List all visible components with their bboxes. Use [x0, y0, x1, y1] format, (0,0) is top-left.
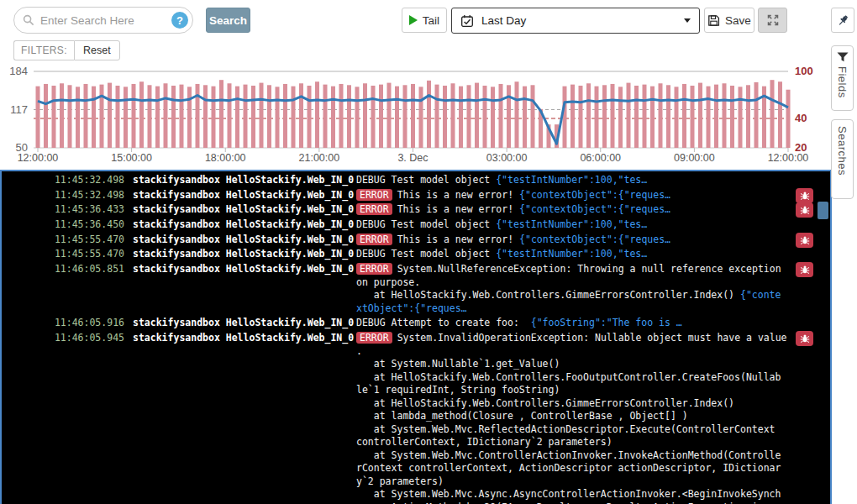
time-range-select[interactable]: Last Day — [451, 8, 700, 34]
log-message: DEBUG Test model object {"testIntNumber"… — [356, 248, 793, 261]
log-row[interactable]: 11:46:05.851stackifysandbox HelloStackif… — [2, 263, 830, 315]
save-icon — [707, 14, 720, 27]
pin-button[interactable] — [831, 8, 854, 33]
svg-text:21:00:00: 21:00:00 — [299, 152, 340, 164]
svg-text:20: 20 — [795, 141, 807, 154]
search-button[interactable]: Search — [206, 8, 250, 33]
log-host: stackifysandbox HelloStackify.Web_IN_0 — [133, 248, 356, 261]
log-message: ERRORSystem.InvalidOperationException: N… — [356, 332, 793, 504]
bug-glyph — [800, 205, 810, 215]
log-message: ERRORThis is a new error! {"contextObjec… — [356, 234, 793, 247]
log-timestamp: 11:45:55.470 — [2, 234, 124, 247]
log-host: stackifysandbox HelloStackify.Web_IN_0 — [133, 174, 356, 187]
stackify-log-dashboard: ? Search Tail Last Day Save — [0, 0, 857, 504]
log-text: Test model object — [392, 248, 497, 260]
debug-level-label: DEBUG — [356, 248, 392, 260]
error-bug-icon[interactable] — [796, 233, 813, 248]
log-row[interactable]: 11:46:05.945stackifysandbox HelloStackif… — [2, 332, 830, 504]
log-json-text: {"fooString":"The foo is … — [531, 317, 682, 328]
log-row[interactable]: 11:45:55.470stackifysandbox HelloStackif… — [2, 248, 830, 261]
expand-icon — [766, 13, 780, 27]
help-icon[interactable]: ? — [171, 12, 188, 29]
log-host: stackifysandbox HelloStackify.Web_IN_0 — [133, 203, 356, 217]
log-host: stackifysandbox HelloStackify.Web_IN_0 — [133, 317, 356, 330]
play-icon — [409, 15, 418, 25]
log-text: System.NullReferenceException: Throwing … — [356, 263, 781, 301]
log-host: stackifysandbox HelloStackify.Web_IN_0 — [133, 263, 356, 315]
caret-down-icon — [684, 18, 691, 23]
svg-text:15:00:00: 15:00:00 — [111, 152, 152, 164]
log-message: DEBUG Attempt to create foo: {"fooString… — [356, 317, 793, 330]
bug-glyph — [800, 333, 810, 344]
log-text: Test model object — [392, 174, 497, 186]
right-axis-labels: 1004020 — [795, 65, 813, 154]
log-json-text: {"contextObject":{"reques… — [519, 189, 670, 201]
log-host: stackifysandbox HelloStackify.Web_IN_0 — [133, 189, 356, 202]
log-text: System.InvalidOperationException: Nullab… — [356, 332, 787, 504]
tail-label: Tail — [423, 14, 439, 27]
search-box[interactable]: ? — [13, 7, 193, 34]
log-rows: 11:45:32.498stackifysandbox HelloStackif… — [2, 174, 830, 504]
log-json-text: {"contextObject":{"reques… — [519, 234, 670, 245]
log-timestamp: 11:45:55.470 — [2, 248, 124, 261]
log-row[interactable]: 11:45:36.433stackifysandbox HelloStackif… — [2, 203, 830, 217]
filter-funnel-icon — [837, 52, 849, 62]
error-bug-icon[interactable] — [796, 331, 813, 346]
svg-text:09:00:00: 09:00:00 — [674, 152, 715, 164]
pin-icon — [837, 14, 849, 27]
svg-text:50: 50 — [16, 141, 28, 154]
error-level-badge: ERROR — [356, 189, 392, 201]
log-timestamp: 11:46:05.945 — [2, 332, 124, 504]
log-message: ERRORThis is a new error! {"contextObjec… — [356, 189, 793, 202]
log-row[interactable]: 11:45:32.498stackifysandbox HelloStackif… — [2, 189, 830, 202]
save-label: Save — [725, 14, 751, 27]
tab-searches[interactable]: Searches — [831, 119, 854, 199]
log-host: stackifysandbox HelloStackify.Web_IN_0 — [133, 218, 356, 232]
log-host: stackifysandbox HelloStackify.Web_IN_0 — [133, 332, 356, 504]
log-timestamp: 11:45:36.433 — [2, 203, 124, 217]
log-console: 11:45:32.498stackifysandbox HelloStackif… — [0, 170, 832, 504]
filters-label: FILTERS: — [13, 40, 74, 60]
svg-text:100: 100 — [795, 65, 813, 77]
log-timestamp: 11:46:05.916 — [2, 317, 124, 330]
log-message: DEBUG Test model object {"testIntNumber"… — [356, 218, 793, 232]
tab-searches-label: Searches — [836, 126, 849, 176]
svg-text:3. Dec: 3. Dec — [397, 152, 428, 164]
log-row[interactable]: 11:45:32.498stackifysandbox HelloStackif… — [2, 174, 830, 187]
error-bug-icon[interactable] — [796, 202, 813, 218]
error-bug-icon[interactable] — [796, 262, 813, 277]
svg-text:184: 184 — [9, 65, 28, 77]
log-text: This is a new error! — [397, 234, 519, 245]
svg-text:03:00:00: 03:00:00 — [486, 152, 528, 164]
console-scrollbar-thumb[interactable] — [818, 202, 828, 219]
time-range-value: Last Day — [481, 14, 526, 27]
log-row[interactable]: 11:46:05.916stackifysandbox HelloStackif… — [2, 317, 830, 330]
log-text: Attempt to create foo: — [392, 317, 531, 328]
log-json-text: {"testIntNumber":100,"tes… — [496, 174, 647, 186]
debug-level-label: DEBUG — [356, 317, 392, 328]
left-axis-labels: 18411750 — [9, 65, 28, 154]
svg-text:06:00:00: 06:00:00 — [580, 152, 621, 164]
tab-fields[interactable]: Fields — [831, 45, 854, 111]
tail-button[interactable]: Tail — [402, 8, 447, 33]
search-input[interactable] — [40, 14, 171, 27]
error-bug-icon[interactable] — [796, 188, 813, 203]
filters-reset-button[interactable]: Reset — [74, 40, 120, 60]
svg-text:12:00:00: 12:00:00 — [768, 152, 809, 164]
chart-canvas: 12:00:0015:00:0018:00:0021:00:003. Dec03… — [0, 60, 832, 170]
log-timestamp: 11:45:32.498 — [2, 174, 124, 187]
svg-text:40: 40 — [795, 112, 807, 124]
expand-button[interactable] — [758, 8, 787, 33]
error-level-badge: ERROR — [356, 234, 392, 245]
svg-text:18:00:00: 18:00:00 — [205, 152, 246, 164]
log-row[interactable]: 11:45:36.450stackifysandbox HelloStackif… — [2, 218, 830, 232]
log-text: This is a new error! — [397, 203, 519, 215]
log-timestamp: 11:45:36.450 — [2, 218, 124, 232]
save-button[interactable]: Save — [704, 8, 754, 33]
calendar-icon — [460, 14, 474, 28]
log-message: DEBUG Test model object {"testIntNumber"… — [356, 174, 793, 187]
log-row[interactable]: 11:45:55.470stackifysandbox HelloStackif… — [2, 234, 830, 247]
svg-text:12:00:00: 12:00:00 — [18, 152, 59, 164]
filters-bar: FILTERS: Reset — [13, 40, 120, 60]
tab-fields-label: Fields — [836, 66, 849, 98]
